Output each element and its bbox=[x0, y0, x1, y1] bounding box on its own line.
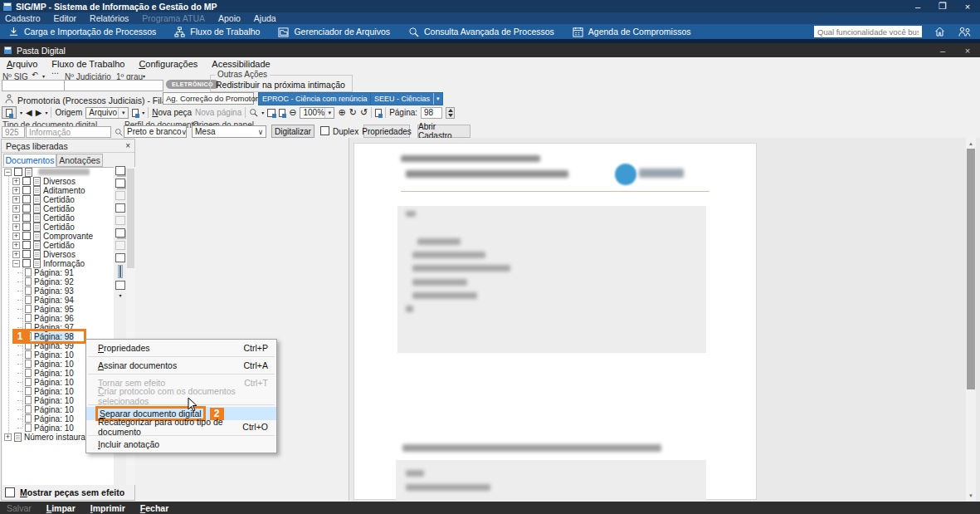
chevron-down-icon[interactable]: ▾ bbox=[118, 108, 128, 118]
expand-icon[interactable]: + bbox=[12, 205, 20, 213]
menu-cadastro[interactable]: Cadastro bbox=[5, 13, 41, 23]
menu-arquivo[interactable]: Arquivo bbox=[7, 59, 37, 69]
imprimir-button[interactable]: Imprimir bbox=[90, 503, 125, 513]
menu-item-assinar[interactable]: Assinar documentosCtrl+A bbox=[86, 359, 276, 372]
zoom-select[interactable]: 100% ▾ bbox=[300, 107, 334, 119]
expand-icon[interactable]: + bbox=[12, 196, 20, 203]
chevron-down-icon[interactable] bbox=[119, 293, 121, 298]
minimize-icon[interactable]: – bbox=[930, 43, 955, 57]
rotate-left-icon[interactable] bbox=[360, 108, 368, 117]
close-icon[interactable]: × bbox=[125, 141, 130, 150]
perfil-select[interactable]: Preto e branco ∨ bbox=[124, 125, 187, 138]
pagina-input[interactable] bbox=[421, 107, 442, 119]
checkbox[interactable] bbox=[22, 177, 31, 185]
chevron-down-icon[interactable] bbox=[42, 74, 45, 79]
checkbox[interactable] bbox=[22, 259, 31, 267]
copy-pages-icon[interactable] bbox=[115, 228, 125, 237]
new-annotation-icon[interactable] bbox=[115, 253, 125, 262]
expand-icon[interactable]: + bbox=[12, 242, 20, 249]
checkbox[interactable] bbox=[22, 223, 31, 231]
menu-item-propriedades[interactable]: PropriedadesCtrl+P bbox=[86, 341, 276, 355]
select-document-tool[interactable] bbox=[119, 266, 122, 277]
toolbar-item-carga[interactable]: Carga e Importação de Processos bbox=[8, 27, 156, 37]
origem-select[interactable]: Arquivo ▾ bbox=[85, 107, 129, 119]
chevron-down-icon[interactable] bbox=[20, 110, 22, 115]
undo-icon[interactable] bbox=[32, 71, 38, 79]
menu-editor[interactable]: Editor bbox=[54, 13, 76, 23]
toolbar-item-gerenciador[interactable]: Gerenciador de Arquivos bbox=[278, 27, 390, 37]
expand-icon[interactable]: + bbox=[12, 251, 20, 258]
sig-input[interactable] bbox=[2, 80, 73, 91]
chevron-down-icon[interactable]: ▾ bbox=[433, 93, 442, 105]
pagina-stepper[interactable] bbox=[446, 107, 455, 119]
checkbox[interactable] bbox=[14, 168, 22, 176]
toolbar-item-agenda[interactable]: Agenda de Compromissos bbox=[573, 27, 691, 37]
fila-select[interactable]: Ag. Correção do Promotor ▾ bbox=[163, 92, 254, 105]
next-page-icon[interactable] bbox=[36, 109, 42, 117]
scrollbar-thumb[interactable] bbox=[967, 149, 975, 389]
zoom-search-icon[interactable] bbox=[249, 108, 258, 117]
expand-icon[interactable]: + bbox=[12, 233, 20, 240]
close-icon[interactable]: × bbox=[955, 0, 980, 12]
home-icon[interactable] bbox=[934, 26, 946, 37]
split-view-icon[interactable] bbox=[375, 109, 382, 117]
mostrar-pecas-checkbox[interactable] bbox=[5, 487, 15, 497]
more-options-icon[interactable] bbox=[51, 70, 59, 77]
propriedades-button[interactable]: Propriedades bbox=[363, 125, 410, 138]
nova-peca-button[interactable]: Nova peça bbox=[152, 108, 192, 117]
menu-acessibilidade[interactable]: Acessibilidade bbox=[212, 59, 270, 69]
fit-width-icon[interactable] bbox=[267, 109, 275, 117]
checkbox[interactable] bbox=[22, 250, 31, 258]
search-icon[interactable] bbox=[115, 128, 123, 136]
move-pages-icon[interactable] bbox=[115, 166, 125, 175]
eproc-button[interactable]: EPROC - Ciência com renúncia ▾ bbox=[258, 92, 380, 105]
menu-relatorios[interactable]: Relatórios bbox=[90, 13, 129, 23]
search-input[interactable] bbox=[814, 26, 922, 37]
close-icon[interactable]: × bbox=[955, 43, 980, 57]
expand-icon[interactable]: + bbox=[12, 187, 20, 194]
checkbox[interactable] bbox=[22, 232, 31, 240]
checkbox[interactable] bbox=[22, 186, 31, 194]
scroll-down-icon[interactable]: ▼ bbox=[966, 491, 976, 501]
chevron-down-icon[interactable]: ∨ bbox=[256, 126, 266, 137]
scrollbar-thumb[interactable] bbox=[127, 169, 134, 268]
redistribuir-action[interactable]: Redistribuir na próxima intimação bbox=[216, 80, 345, 90]
scanner-icon[interactable] bbox=[132, 109, 139, 117]
origem-papel-select[interactable]: Mesa ∨ bbox=[192, 125, 266, 138]
restore-icon[interactable]: ❐ bbox=[930, 0, 955, 12]
tipo-code-input[interactable] bbox=[2, 126, 25, 138]
tipo-doc-input[interactable] bbox=[26, 126, 111, 138]
expand-icon[interactable]: + bbox=[12, 214, 20, 222]
chevron-down-icon[interactable]: ▾ bbox=[324, 108, 334, 118]
checkbox[interactable] bbox=[22, 241, 31, 249]
toolbar-item-fluxo[interactable]: Fluxo de Trabalho bbox=[174, 27, 260, 37]
checkbox[interactable] bbox=[22, 204, 31, 213]
users-icon[interactable] bbox=[958, 26, 972, 37]
chevron-down-icon[interactable] bbox=[45, 110, 47, 115]
scroll-up-icon[interactable]: ▲ bbox=[966, 139, 976, 149]
collapse-icon[interactable]: − bbox=[12, 260, 20, 267]
checkbox[interactable] bbox=[22, 195, 31, 203]
rotate-right-icon[interactable] bbox=[349, 108, 357, 117]
viewer-scrollbar[interactable]: ▲ ▼ bbox=[966, 138, 976, 501]
chevron-down-icon[interactable] bbox=[261, 110, 264, 115]
menu-apoio[interactable]: Apoio bbox=[218, 13, 241, 23]
chevron-down-icon[interactable]: ∨ bbox=[182, 126, 188, 137]
merge-documents-icon[interactable] bbox=[115, 179, 125, 188]
chevron-down-icon[interactable] bbox=[142, 110, 144, 115]
chevron-down-icon[interactable] bbox=[143, 74, 145, 79]
toolbar-item-consulta[interactable]: Consulta Avançada de Processos bbox=[408, 27, 554, 37]
tree-item-numero-instaurado[interactable]: +Número instaurado bbox=[4, 432, 95, 442]
expand-icon[interactable]: + bbox=[12, 223, 20, 231]
judiciario-input[interactable] bbox=[64, 80, 163, 91]
menu-fluxo-trabalho[interactable]: Fluxo de Trabalho bbox=[51, 59, 124, 69]
zoom-in-icon[interactable] bbox=[338, 108, 345, 117]
fit-page-icon[interactable] bbox=[279, 109, 285, 117]
abrir-cadastro-button[interactable]: Abrir Cadastro bbox=[417, 125, 470, 138]
digitalizar-button[interactable]: Digitalizar bbox=[271, 125, 314, 138]
previous-page-icon[interactable] bbox=[26, 109, 32, 117]
tab-anotacoes[interactable]: Anotações bbox=[56, 154, 103, 167]
annotation-list-icon[interactable] bbox=[115, 281, 125, 290]
limpar-button[interactable]: Limpar bbox=[46, 503, 76, 513]
page-view-toggle-button[interactable] bbox=[2, 106, 17, 119]
